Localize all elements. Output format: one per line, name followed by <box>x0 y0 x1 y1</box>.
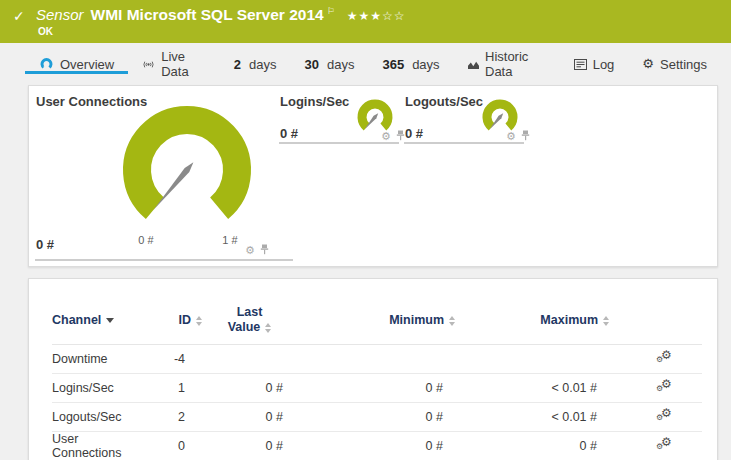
channel-settings-icon[interactable]: ⚙⚙ <box>656 437 674 452</box>
live-data-icon <box>142 58 155 71</box>
channels-table: Channel ID Last Value Minimum Maximum Do… <box>52 297 702 460</box>
channel-last-value: 0 # <box>202 431 297 460</box>
log-icon <box>574 59 587 70</box>
channel-maximum: < 0.01 # <box>455 402 609 431</box>
channel-last-value: 0 # <box>202 373 297 402</box>
channel-minimum: 0 # <box>297 431 455 460</box>
gauges-panel: User Connections 0 # 1 # 0 # ⚙ Logins/Se… <box>28 85 718 267</box>
channel-minimum: 0 # <box>297 402 455 431</box>
column-header-minimum[interactable]: Minimum <box>297 297 455 344</box>
gauge-baseline-rule <box>404 142 524 144</box>
column-header-last-value[interactable]: Last Value <box>202 297 297 344</box>
gauge-needle <box>154 162 194 210</box>
column-header-actions <box>609 297 702 344</box>
tab-overview[interactable]: Overview <box>25 43 128 85</box>
gauge-gear-icon[interactable]: ⚙ <box>381 131 391 141</box>
gauge-pin-icon[interactable] <box>260 244 269 255</box>
channel-id: 2 <box>147 402 202 431</box>
logouts-value: 0 # <box>405 126 423 141</box>
tab-log[interactable]: Log <box>560 43 629 85</box>
channel-id: 1 <box>147 373 202 402</box>
sensor-status-header: ✓ SensorWMI Microsoft SQL Server 2014⚐★★… <box>0 0 731 43</box>
gauge-title-logins: Logins/Sec <box>280 94 349 109</box>
channels-panel: Channel ID Last Value Minimum Maximum Do… <box>28 278 718 460</box>
channel-id: 0 <box>147 431 202 460</box>
gauge-gear-icon[interactable]: ⚙ <box>245 245 255 255</box>
channel-last-value <box>202 344 297 373</box>
user-connections-gauge <box>107 100 267 250</box>
tab-historic-data[interactable]: Historic Data <box>454 43 560 85</box>
gauge-gear-icon[interactable]: ⚙ <box>506 131 516 141</box>
tab-bar: Overview Live Data 2 days 30 days 365 da… <box>0 43 731 85</box>
channel-minimum: 0 # <box>297 373 455 402</box>
historic-chart-icon <box>468 59 479 70</box>
channel-settings-icon[interactable]: ⚙⚙ <box>656 408 674 423</box>
sort-icon <box>196 316 202 326</box>
sort-desc-icon <box>106 318 114 323</box>
channel-maximum: 0 # <box>455 431 609 460</box>
table-row[interactable]: User Connections 0 0 # 0 # 0 # ⚙⚙ <box>52 431 702 460</box>
flag-icon[interactable]: ⚐ <box>327 6 335 16</box>
channel-id: -4 <box>147 344 202 373</box>
logins-value: 0 # <box>280 126 298 141</box>
tab-30-days[interactable]: 30 days <box>290 43 368 85</box>
status-check-icon: ✓ <box>13 8 25 24</box>
sort-icon <box>603 316 609 326</box>
status-badge: OK <box>38 26 53 37</box>
tab-live-data[interactable]: Live Data <box>128 43 220 85</box>
tab-365-days[interactable]: 365 days <box>368 43 453 85</box>
user-connections-value: 0 # <box>36 237 54 252</box>
sort-icon <box>449 316 455 326</box>
channel-settings-icon[interactable]: ⚙⚙ <box>656 350 674 365</box>
gauge-icon <box>39 57 54 71</box>
gauge-scale-max: 1 # <box>215 234 245 246</box>
channel-name: Logouts/Sec <box>52 402 147 431</box>
channel-settings-icon[interactable]: ⚙⚙ <box>656 379 674 394</box>
settings-gear-icon: ⚙ <box>642 58 654 70</box>
table-row[interactable]: Logouts/Sec 2 0 # 0 # < 0.01 # ⚙⚙ <box>52 402 702 431</box>
column-header-channel[interactable]: Channel <box>52 297 147 344</box>
sort-icon <box>265 323 271 333</box>
gauge-scale-min: 0 # <box>131 234 161 246</box>
column-header-id[interactable]: ID <box>147 297 202 344</box>
channel-minimum <box>297 344 455 373</box>
gauge-title-logouts: Logouts/Sec <box>405 94 483 109</box>
priority-stars[interactable]: ★★★☆☆ <box>347 9 406 23</box>
object-kind-label: Sensor <box>36 6 84 23</box>
gauge-baseline-rule <box>279 142 399 144</box>
gauge-baseline-rule <box>35 259 293 261</box>
channel-name: Downtime <box>52 344 147 373</box>
channel-last-value: 0 # <box>202 402 297 431</box>
gauge-pin-icon[interactable] <box>396 130 405 141</box>
table-row[interactable]: Logins/Sec 1 0 # 0 # < 0.01 # ⚙⚙ <box>52 373 702 402</box>
channel-maximum: < 0.01 # <box>455 373 609 402</box>
table-row[interactable]: Downtime -4 ⚙⚙ <box>52 344 702 373</box>
page-title: WMI Microsoft SQL Server 2014 <box>91 6 324 23</box>
tab-settings[interactable]: ⚙ Settings <box>628 43 721 85</box>
channel-maximum <box>455 344 609 373</box>
channel-name: Logins/Sec <box>52 373 147 402</box>
tab-2-days[interactable]: 2 days <box>220 43 291 85</box>
gauge-pin-icon[interactable] <box>521 130 530 141</box>
table-header-row: Channel ID Last Value Minimum Maximum <box>52 297 702 344</box>
channel-name: User Connections <box>52 431 147 460</box>
column-header-maximum[interactable]: Maximum <box>455 297 609 344</box>
